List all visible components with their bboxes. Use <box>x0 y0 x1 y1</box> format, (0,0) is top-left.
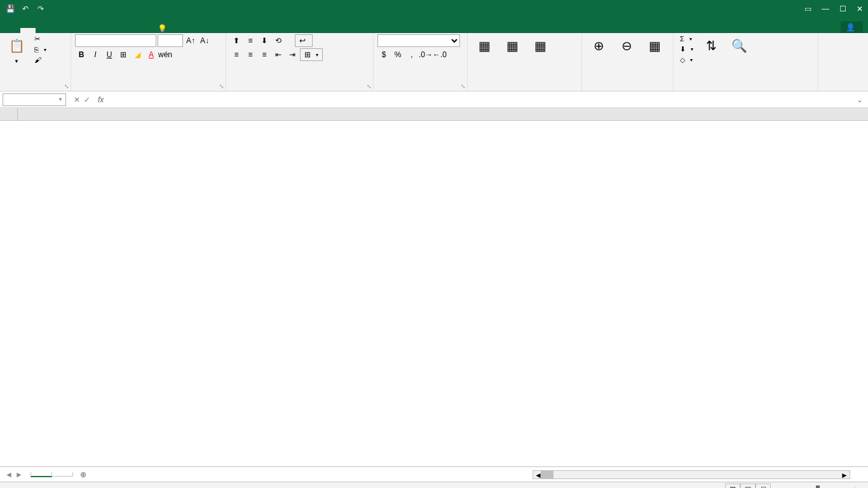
tell-me-input[interactable]: 💡 <box>158 24 170 33</box>
page-layout-button[interactable]: ▤ <box>740 484 756 489</box>
tab-addins[interactable] <box>127 28 142 33</box>
tab-insert[interactable] <box>36 28 51 33</box>
status-bar: ▦ ▤ ⊟ − + <box>0 482 868 488</box>
decrease-indent-icon[interactable]: ⇤ <box>272 48 285 61</box>
close-icon[interactable]: ✕ <box>857 4 863 13</box>
dialog-launcher-icon[interactable]: ⤡ <box>461 83 466 90</box>
ribbon-tabs: 💡 👤 <box>0 18 868 33</box>
paste-button[interactable]: 📋▼ <box>4 34 29 65</box>
prev-sheet-icon[interactable]: ◄ <box>5 470 13 479</box>
align-right-icon[interactable]: ≡ <box>258 48 271 61</box>
tab-home[interactable] <box>20 28 36 33</box>
tab-review[interactable] <box>97 28 112 33</box>
phonetic-icon[interactable]: wén <box>159 48 172 61</box>
fx-icon[interactable]: fx <box>95 95 106 104</box>
increase-indent-icon[interactable]: ⇥ <box>286 48 299 61</box>
maximize-icon[interactable]: ☐ <box>839 4 846 13</box>
sheet-tab-bar: ◄► ⊕ ◄► <box>0 466 868 482</box>
clear-button[interactable]: ◇▾ <box>677 55 696 65</box>
search-icon: 🔍 <box>729 36 749 56</box>
sheet-tab-summary[interactable] <box>31 472 52 477</box>
tab-view[interactable] <box>112 28 127 33</box>
align-left-icon[interactable]: ≡ <box>230 48 243 61</box>
expand-formula-icon[interactable]: ⌄ <box>851 95 868 104</box>
brush-icon: 🖌 <box>34 56 41 64</box>
cut-button[interactable]: ✂ <box>32 34 49 44</box>
dialog-launcher-icon[interactable]: ⤡ <box>219 83 224 90</box>
comma-icon[interactable]: , <box>405 48 418 61</box>
conditional-format-button[interactable]: ▦ <box>471 34 497 58</box>
chevron-down-icon[interactable]: ▼ <box>58 97 63 102</box>
save-icon[interactable]: 💾 <box>5 4 15 14</box>
format-painter-button[interactable]: 🖌 <box>32 55 49 64</box>
copy-button[interactable]: ⎘▾ <box>32 45 49 54</box>
tab-page-layout[interactable] <box>51 28 66 33</box>
align-bottom-icon[interactable]: ⬇ <box>258 34 271 47</box>
increase-font-icon[interactable]: A↑ <box>184 34 197 47</box>
wrap-text-button[interactable]: ↩ <box>295 34 313 47</box>
zoom-in-button[interactable]: + <box>854 485 858 489</box>
format-cells-button[interactable]: ▦ <box>642 34 667 58</box>
italic-icon[interactable]: I <box>89 48 102 61</box>
sort-filter-button[interactable]: ⇅ <box>698 34 724 58</box>
find-select-button[interactable]: 🔍 <box>726 34 752 58</box>
fill-button[interactable]: ⬇▾ <box>677 44 696 54</box>
title-bar: 💾 ↶ ↷ ▭ — ☐ ✕ <box>0 0 868 18</box>
delete-cells-button[interactable]: ⊖ <box>614 34 639 58</box>
increase-decimal-icon[interactable]: .0→ <box>419 48 432 61</box>
font-color-icon[interactable]: A <box>145 48 158 61</box>
cell-style-button[interactable]: ▦ <box>527 34 553 58</box>
dialog-launcher-icon[interactable]: ⤡ <box>367 83 372 90</box>
select-all-corner[interactable] <box>0 108 18 121</box>
orientation-icon[interactable]: ⟲ <box>272 34 285 47</box>
share-button[interactable]: 👤 <box>841 22 863 33</box>
paste-icon: 📋 <box>6 36 27 56</box>
underline-icon[interactable]: U <box>103 48 116 61</box>
tab-team[interactable] <box>142 28 158 33</box>
sort-icon: ⇅ <box>701 36 721 56</box>
accept-formula-icon[interactable]: ✓ <box>84 95 90 104</box>
align-middle-icon[interactable]: ≡ <box>244 34 257 47</box>
align-top-icon[interactable]: ⬆ <box>230 34 243 47</box>
cancel-formula-icon[interactable]: ✕ <box>74 95 80 104</box>
percent-icon[interactable]: % <box>391 48 404 61</box>
undo-icon[interactable]: ↶ <box>20 4 31 14</box>
horizontal-scrollbar[interactable]: ◄► <box>532 470 850 479</box>
minimize-icon[interactable]: — <box>822 4 829 13</box>
tab-data[interactable] <box>81 28 97 33</box>
autosum-button[interactable]: Σ▾ <box>677 34 696 43</box>
font-name-select[interactable] <box>75 34 156 47</box>
number-format-select[interactable] <box>377 34 460 47</box>
spreadsheet-grid[interactable] <box>0 108 868 466</box>
bold-icon[interactable]: B <box>75 48 88 61</box>
decrease-font-icon[interactable]: A↓ <box>198 34 211 47</box>
tab-formulas[interactable] <box>66 28 81 33</box>
fill-color-icon[interactable]: ◢ <box>131 48 144 61</box>
normal-view-button[interactable]: ▦ <box>725 484 740 489</box>
table-format-button[interactable]: ▦ <box>499 34 525 58</box>
page-break-button[interactable]: ⊟ <box>756 484 771 489</box>
decrease-decimal-icon[interactable]: ←.0 <box>433 48 446 61</box>
align-center-icon[interactable]: ≡ <box>244 48 257 61</box>
merge-button[interactable]: ⊞▾ <box>300 48 323 61</box>
tab-file[interactable] <box>5 28 20 33</box>
ribbon-options-icon[interactable]: ▭ <box>804 4 811 13</box>
window-controls: ▭ — ☐ ✕ <box>804 4 863 13</box>
sheet-tab-detail[interactable] <box>51 472 73 477</box>
name-box[interactable]: ▼ <box>3 93 66 106</box>
add-sheet-button[interactable]: ⊕ <box>72 470 94 479</box>
share-icon: 👤 <box>846 23 855 32</box>
redo-icon[interactable]: ↷ <box>36 4 46 14</box>
table-icon: ▦ <box>502 36 522 56</box>
currency-icon[interactable]: $ <box>377 48 390 61</box>
border-icon[interactable]: ⊞ <box>117 48 130 61</box>
next-sheet-icon[interactable]: ► <box>15 470 23 479</box>
copy-icon: ⎘ <box>34 46 39 53</box>
fill-icon: ⬇ <box>680 45 686 53</box>
dialog-launcher-icon[interactable]: ⤡ <box>64 83 69 90</box>
quick-access-toolbar: 💾 ↶ ↷ <box>5 4 46 14</box>
font-size-select[interactable] <box>158 34 183 47</box>
insert-cells-button[interactable]: ⊕ <box>586 34 611 58</box>
zoom-out-button[interactable]: − <box>776 485 780 489</box>
format-icon: ▦ <box>644 36 665 56</box>
